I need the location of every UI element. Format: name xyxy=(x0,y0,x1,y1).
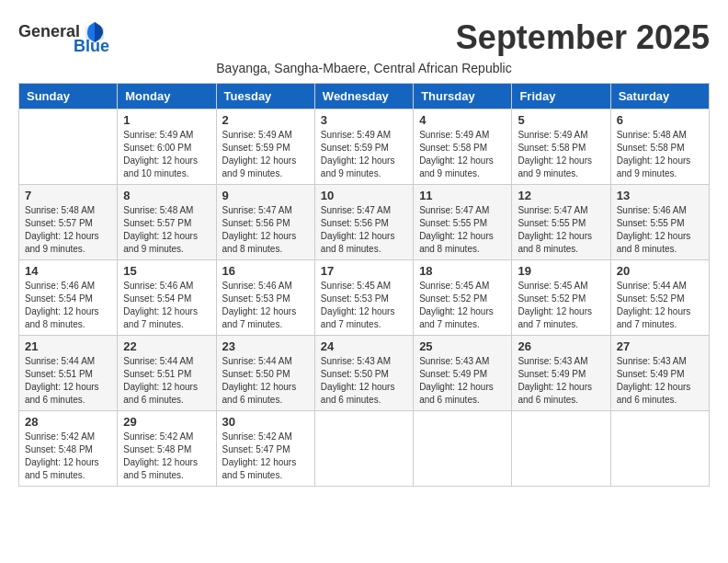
day-number: 19 xyxy=(518,264,604,278)
calendar-cell: 10Sunrise: 5:47 AM Sunset: 5:56 PM Dayli… xyxy=(314,185,413,260)
day-number: 1 xyxy=(123,113,210,127)
calendar-cell: 4Sunrise: 5:49 AM Sunset: 5:58 PM Daylig… xyxy=(414,109,512,185)
day-number: 8 xyxy=(123,189,210,202)
calendar-cell: 22Sunrise: 5:44 AM Sunset: 5:51 PM Dayli… xyxy=(118,336,216,411)
calendar-cell: 19Sunrise: 5:45 AM Sunset: 5:52 PM Dayli… xyxy=(512,260,610,336)
page-header: General Blue September 2025 xyxy=(18,18,710,57)
day-number: 25 xyxy=(419,339,506,353)
calendar-cell: 1Sunrise: 5:49 AM Sunset: 6:00 PM Daylig… xyxy=(118,109,216,185)
cell-content: Sunrise: 5:46 AM Sunset: 5:54 PM Dayligh… xyxy=(123,280,210,331)
weekday-header-wednesday: Wednesday xyxy=(314,84,413,109)
day-number: 13 xyxy=(617,189,703,202)
day-number: 29 xyxy=(123,415,210,429)
subtitle: Bayanga, Sangha-Mbaere, Central African … xyxy=(18,61,710,75)
day-number: 28 xyxy=(25,415,111,429)
calendar-cell: 27Sunrise: 5:43 AM Sunset: 5:49 PM Dayli… xyxy=(610,336,709,411)
cell-content: Sunrise: 5:49 AM Sunset: 5:58 PM Dayligh… xyxy=(419,129,506,180)
cell-content: Sunrise: 5:47 AM Sunset: 5:55 PM Dayligh… xyxy=(518,204,604,256)
calendar-cell: 26Sunrise: 5:43 AM Sunset: 5:49 PM Dayli… xyxy=(512,336,610,411)
cell-content: Sunrise: 5:48 AM Sunset: 5:58 PM Dayligh… xyxy=(617,129,703,180)
weekday-header-saturday: Saturday xyxy=(610,84,709,109)
calendar-cell xyxy=(512,411,610,487)
calendar-cell: 3Sunrise: 5:49 AM Sunset: 5:59 PM Daylig… xyxy=(314,109,413,185)
calendar-cell: 25Sunrise: 5:43 AM Sunset: 5:49 PM Dayli… xyxy=(414,336,512,411)
weekday-header-sunday: Sunday xyxy=(19,84,118,109)
cell-content: Sunrise: 5:48 AM Sunset: 5:57 PM Dayligh… xyxy=(123,204,210,256)
calendar-cell: 17Sunrise: 5:45 AM Sunset: 5:53 PM Dayli… xyxy=(314,260,413,336)
cell-content: Sunrise: 5:44 AM Sunset: 5:51 PM Dayligh… xyxy=(123,355,210,407)
day-number: 24 xyxy=(321,339,407,353)
calendar-cell: 14Sunrise: 5:46 AM Sunset: 5:54 PM Dayli… xyxy=(19,260,118,336)
calendar-cell: 20Sunrise: 5:44 AM Sunset: 5:52 PM Dayli… xyxy=(610,260,709,336)
day-number: 23 xyxy=(222,339,309,353)
day-number: 7 xyxy=(25,189,111,202)
cell-content: Sunrise: 5:45 AM Sunset: 5:52 PM Dayligh… xyxy=(518,280,604,331)
day-number: 10 xyxy=(321,189,407,202)
calendar-cell: 8Sunrise: 5:48 AM Sunset: 5:57 PM Daylig… xyxy=(118,185,216,260)
cell-content: Sunrise: 5:43 AM Sunset: 5:49 PM Dayligh… xyxy=(419,355,506,407)
logo: General Blue xyxy=(18,18,109,56)
day-number: 20 xyxy=(617,264,703,278)
calendar-cell: 24Sunrise: 5:43 AM Sunset: 5:50 PM Dayli… xyxy=(314,336,413,411)
day-number: 18 xyxy=(419,264,506,278)
day-number: 12 xyxy=(518,189,604,202)
day-number: 26 xyxy=(518,339,604,353)
cell-content: Sunrise: 5:42 AM Sunset: 5:48 PM Dayligh… xyxy=(123,431,210,482)
cell-content: Sunrise: 5:45 AM Sunset: 5:53 PM Dayligh… xyxy=(321,280,407,331)
calendar-cell: 12Sunrise: 5:47 AM Sunset: 5:55 PM Dayli… xyxy=(512,185,610,260)
calendar-cell xyxy=(414,411,512,487)
day-number: 3 xyxy=(321,113,407,127)
cell-content: Sunrise: 5:49 AM Sunset: 6:00 PM Dayligh… xyxy=(123,129,210,180)
calendar-cell xyxy=(19,109,118,185)
cell-content: Sunrise: 5:46 AM Sunset: 5:53 PM Dayligh… xyxy=(222,280,309,331)
logo-blue: Blue xyxy=(74,37,109,56)
calendar-cell: 29Sunrise: 5:42 AM Sunset: 5:48 PM Dayli… xyxy=(118,411,216,487)
day-number: 14 xyxy=(25,264,111,278)
day-number: 22 xyxy=(123,339,210,353)
calendar-cell: 5Sunrise: 5:49 AM Sunset: 5:58 PM Daylig… xyxy=(512,109,610,185)
cell-content: Sunrise: 5:43 AM Sunset: 5:49 PM Dayligh… xyxy=(518,355,604,407)
cell-content: Sunrise: 5:47 AM Sunset: 5:55 PM Dayligh… xyxy=(419,204,506,256)
calendar-cell: 6Sunrise: 5:48 AM Sunset: 5:58 PM Daylig… xyxy=(610,109,709,185)
day-number: 15 xyxy=(123,264,210,278)
weekday-header-tuesday: Tuesday xyxy=(216,84,314,109)
weekday-header-friday: Friday xyxy=(512,84,610,109)
cell-content: Sunrise: 5:46 AM Sunset: 5:54 PM Dayligh… xyxy=(25,280,111,331)
cell-content: Sunrise: 5:49 AM Sunset: 5:59 PM Dayligh… xyxy=(321,129,407,180)
calendar-cell xyxy=(610,411,709,487)
day-number: 30 xyxy=(222,415,309,429)
cell-content: Sunrise: 5:46 AM Sunset: 5:55 PM Dayligh… xyxy=(617,204,703,256)
cell-content: Sunrise: 5:49 AM Sunset: 5:59 PM Dayligh… xyxy=(222,129,309,180)
cell-content: Sunrise: 5:48 AM Sunset: 5:57 PM Dayligh… xyxy=(25,204,111,256)
calendar-cell: 16Sunrise: 5:46 AM Sunset: 5:53 PM Dayli… xyxy=(216,260,314,336)
day-number: 17 xyxy=(321,264,407,278)
calendar-cell xyxy=(314,411,413,487)
calendar-cell: 30Sunrise: 5:42 AM Sunset: 5:47 PM Dayli… xyxy=(216,411,314,487)
logo-general: General xyxy=(18,22,80,41)
cell-content: Sunrise: 5:43 AM Sunset: 5:49 PM Dayligh… xyxy=(617,355,703,407)
day-number: 5 xyxy=(518,113,604,127)
calendar-cell: 23Sunrise: 5:44 AM Sunset: 5:50 PM Dayli… xyxy=(216,336,314,411)
cell-content: Sunrise: 5:47 AM Sunset: 5:56 PM Dayligh… xyxy=(321,204,407,256)
day-number: 16 xyxy=(222,264,309,278)
calendar-table: SundayMondayTuesdayWednesdayThursdayFrid… xyxy=(18,83,710,487)
month-title: September 2025 xyxy=(456,18,710,57)
cell-content: Sunrise: 5:45 AM Sunset: 5:52 PM Dayligh… xyxy=(419,280,506,331)
cell-content: Sunrise: 5:49 AM Sunset: 5:58 PM Dayligh… xyxy=(518,129,604,180)
calendar-cell: 11Sunrise: 5:47 AM Sunset: 5:55 PM Dayli… xyxy=(414,185,512,260)
cell-content: Sunrise: 5:44 AM Sunset: 5:51 PM Dayligh… xyxy=(25,355,111,407)
day-number: 11 xyxy=(419,189,506,202)
cell-content: Sunrise: 5:43 AM Sunset: 5:50 PM Dayligh… xyxy=(321,355,407,407)
calendar-cell: 13Sunrise: 5:46 AM Sunset: 5:55 PM Dayli… xyxy=(610,185,709,260)
day-number: 21 xyxy=(25,339,111,353)
day-number: 9 xyxy=(222,189,309,202)
weekday-header-thursday: Thursday xyxy=(414,84,512,109)
calendar-cell: 18Sunrise: 5:45 AM Sunset: 5:52 PM Dayli… xyxy=(414,260,512,336)
cell-content: Sunrise: 5:42 AM Sunset: 5:47 PM Dayligh… xyxy=(222,431,309,482)
cell-content: Sunrise: 5:42 AM Sunset: 5:48 PM Dayligh… xyxy=(25,431,111,482)
day-number: 2 xyxy=(222,113,309,127)
cell-content: Sunrise: 5:47 AM Sunset: 5:56 PM Dayligh… xyxy=(222,204,309,256)
calendar-cell: 28Sunrise: 5:42 AM Sunset: 5:48 PM Dayli… xyxy=(19,411,118,487)
calendar-cell: 15Sunrise: 5:46 AM Sunset: 5:54 PM Dayli… xyxy=(118,260,216,336)
day-number: 27 xyxy=(617,339,703,353)
